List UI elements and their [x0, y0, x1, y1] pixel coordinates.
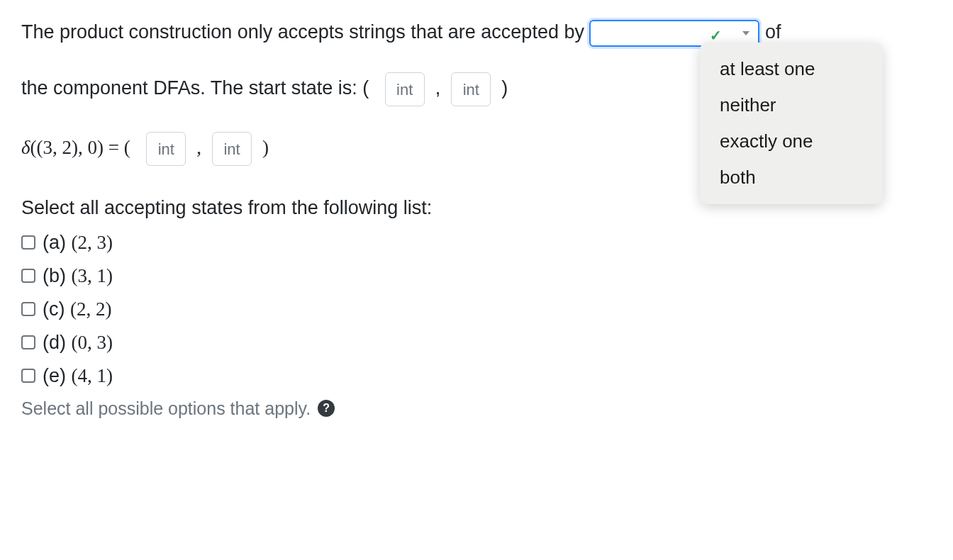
- hint-row: Select all possible options that apply. …: [21, 398, 932, 419]
- checkbox-d[interactable]: [21, 335, 35, 349]
- option-a-letter: (a): [43, 232, 66, 253]
- checkbox-c[interactable]: [21, 302, 35, 316]
- delta-input-1[interactable]: int: [146, 132, 186, 166]
- delta-args: ((3, 2), 0) = (: [30, 137, 130, 158]
- question-text-part2: of: [765, 21, 781, 43]
- checkbox-b[interactable]: [21, 269, 35, 283]
- help-icon[interactable]: ?: [318, 400, 335, 417]
- close-paren-2: ): [262, 137, 269, 158]
- dropdown-option-exactly-one[interactable]: exactly one: [700, 123, 883, 159]
- option-b-letter: (b): [43, 265, 66, 286]
- option-d-letter: (d): [43, 332, 66, 353]
- option-e-letter: (e): [43, 365, 66, 386]
- option-b-pair: (3, 1): [72, 265, 113, 286]
- option-e-pair: (4, 1): [72, 365, 113, 386]
- option-a-label: (a) (2, 3): [43, 232, 113, 254]
- delta-symbol: δ: [21, 137, 30, 158]
- option-d-label: (d) (0, 3): [43, 332, 113, 354]
- option-c-letter: (c): [43, 298, 65, 320]
- close-paren-1: ): [501, 77, 508, 99]
- question-text-part1: The product construction only accepts st…: [21, 21, 584, 43]
- question-text-part3: the component DFAs. The start state is: …: [21, 77, 369, 99]
- checkbox-e[interactable]: [21, 369, 35, 383]
- delta-input-2[interactable]: int: [212, 132, 252, 166]
- dropdown-option-neither[interactable]: neither: [700, 87, 883, 123]
- option-c-pair: (2, 2): [70, 298, 111, 320]
- checkmark-icon: ✓: [710, 27, 722, 44]
- option-a-pair: (2, 3): [72, 232, 113, 253]
- option-e-label: (e) (4, 1): [43, 365, 113, 387]
- option-c-label: (c) (2, 2): [43, 298, 111, 320]
- comma-2: ,: [196, 137, 201, 158]
- dropdown-option-both[interactable]: both: [700, 159, 883, 196]
- start-state-input-2[interactable]: int: [451, 72, 491, 106]
- option-c-row: (c) (2, 2): [21, 298, 932, 320]
- checkbox-a[interactable]: [21, 235, 35, 250]
- hint-text: Select all possible options that apply.: [21, 398, 311, 419]
- option-b-row: (b) (3, 1): [21, 265, 932, 287]
- start-state-input-1[interactable]: int: [385, 72, 425, 106]
- comma-1: ,: [435, 77, 441, 99]
- dropdown-menu: at least one neither exactly one both: [700, 43, 883, 204]
- option-d-row: (d) (0, 3): [21, 332, 932, 354]
- option-e-row: (e) (4, 1): [21, 365, 932, 387]
- option-b-label: (b) (3, 1): [43, 265, 113, 287]
- dropdown-option-at-least-one[interactable]: at least one: [700, 51, 883, 87]
- option-a-row: (a) (2, 3): [21, 232, 932, 254]
- option-d-pair: (0, 3): [72, 332, 113, 353]
